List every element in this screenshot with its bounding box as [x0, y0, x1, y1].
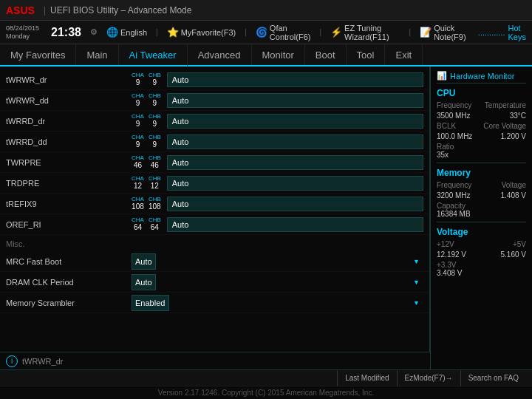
eztuning-btn[interactable]: ⚡ EZ Tuning Wizard(F11) [330, 24, 400, 41]
cha-chb-3: CHA 9 CHB 9 [132, 134, 161, 149]
dropdown-select-2[interactable]: Enabled [132, 295, 169, 311]
chb-box-5: CHB 12 [149, 176, 161, 190]
dropdown-select-0[interactable]: Auto [132, 253, 156, 270]
cha-chb-7: CHA 64 CHB 64 [132, 217, 161, 231]
dropdown-name-2: Memory Scrambler [6, 299, 132, 307]
v5-value: 5.160 V [501, 250, 526, 259]
setting-name-6: tREFIX9 [6, 200, 132, 208]
setting-name-1: tWRWR_dd [6, 96, 132, 105]
tab-advanced[interactable]: Advanced [188, 44, 252, 65]
setting-name-0: tWRWR_dr [6, 75, 132, 84]
last-modified-btn[interactable]: Last Modified [337, 370, 396, 386]
cha-label-1: CHA [132, 93, 144, 99]
setting-row-5: TRDPRE CHA 12 CHB 12 Auto [0, 173, 429, 194]
tab-ai-tweaker[interactable]: Ai Tweaker [119, 44, 188, 66]
sep2: | [245, 28, 247, 36]
chb-label-1: CHB [149, 93, 161, 99]
misc-section-header: Misc. [0, 235, 429, 251]
mem-freq-label: Frequency [437, 181, 471, 189]
search-faq-btn[interactable]: Search on FAQ [460, 370, 526, 386]
setting-value-3[interactable]: Auto [167, 134, 423, 149]
sep3: | [319, 28, 321, 36]
setting-value-7[interactable]: Auto [167, 217, 423, 232]
mem-volt-label: Voltage [502, 181, 526, 189]
v33-value: 3.408 V [437, 269, 526, 277]
v33-label: +3.3V [437, 261, 526, 269]
cpu-bclk-val-row: 100.0 MHz 1.200 V [437, 132, 526, 140]
chb-label-2: CHB [149, 114, 161, 120]
setting-value-0[interactable]: Auto [167, 72, 423, 87]
cha-chb-0: CHA 9 CHB 9 [132, 72, 161, 86]
mem-cap-value: 16384 MB [437, 210, 526, 218]
chb-box-1: CHB 9 [149, 93, 161, 107]
quicknote-btn[interactable]: 📝 Quick Note(F9) [420, 24, 469, 41]
quicknote-icon: 📝 [420, 27, 432, 38]
info-bar: i tWRWR_dr [0, 352, 430, 369]
cha-chb-1: CHA 9 CHB 9 [132, 93, 161, 107]
cpu-freq-label: Frequency [437, 101, 471, 109]
mem-freq-value: 3200 MHz [437, 191, 471, 200]
ezmode-btn[interactable]: EzMode(F7)→ [397, 370, 460, 386]
memory-section-title: Memory [437, 168, 526, 178]
language-label: English [120, 28, 147, 37]
divider1 [437, 163, 526, 163]
setting-value-5[interactable]: Auto [167, 176, 423, 191]
setting-value-4[interactable]: Auto [167, 155, 423, 170]
cha-label-5: CHA [132, 176, 144, 182]
cha-chb-6: CHA 108 CHB 108 [132, 197, 161, 211]
dropdown-name-1: DRAM CLK Period [6, 278, 132, 287]
setting-row-6: tREFIX9 CHA 108 CHB 108 Auto [0, 194, 429, 214]
title-separator: | [44, 5, 46, 16]
myfavorite-btn[interactable]: ⭐ MyFavorite(F3) [167, 27, 236, 38]
language-icon: 🌐 [106, 27, 118, 38]
cha-chb-5: CHA 12 CHB 12 [132, 176, 161, 190]
setting-row-2: tWRRD_dr CHA 9 CHB 9 Auto [0, 111, 429, 132]
cha-label-4: CHA [132, 155, 144, 161]
cha-val-1: 9 [136, 99, 140, 107]
qfan-btn[interactable]: 🌀 Qfan Control(F6) [256, 24, 311, 41]
settings-gear-icon[interactable]: ⚙ [90, 27, 98, 37]
setting-name-5: TRDPRE [6, 179, 132, 188]
main-area: tWRWR_dr CHA 9 CHB 9 Auto tWRWR_dd CHA 9 [0, 66, 532, 369]
myfavorite-label: MyFavorite(F3) [181, 28, 236, 37]
tab-boot[interactable]: Boot [305, 44, 347, 65]
cha-box-7: CHA 64 [132, 217, 144, 231]
tab-main[interactable]: Main [76, 44, 118, 65]
cpu-bclk-value: 100.0 MHz [437, 132, 472, 140]
dropdown-row-1: DRAM CLK Period Auto [0, 272, 429, 293]
setting-row-4: TWRPRE CHA 46 CHB 46 Auto [0, 152, 429, 173]
dropdown-rows: MRC Fast Boot Auto DRAM CLK Period Auto … [0, 251, 429, 313]
cpu-freq-value: 3500 MHz [437, 112, 471, 120]
day-display: Monday [6, 33, 39, 41]
cpu-freq-val-row: 3500 MHz 33°C [437, 112, 526, 120]
cpu-ratio-value: 35x [437, 151, 526, 159]
setting-value-2[interactable]: Auto [167, 114, 423, 129]
chb-box-6: CHB 108 [149, 197, 161, 211]
setting-row-3: tWRRD_dd CHA 9 CHB 9 Auto [0, 132, 429, 152]
dropdown-select-1[interactable]: Auto [132, 274, 156, 290]
language-selector[interactable]: 🌐 English [106, 27, 147, 38]
cpu-section-title: CPU [437, 88, 526, 98]
top-bar: ASUS | UEFI BIOS Utility – Advanced Mode [0, 0, 532, 21]
cpu-bclk-row: BCLK Core Voltage [437, 122, 526, 130]
tab-tool[interactable]: Tool [347, 44, 386, 65]
dropdown-wrapper-1: Auto [132, 274, 423, 290]
cpu-temp-value: 33°C [510, 112, 526, 120]
chb-val-5: 12 [151, 182, 159, 190]
eztuning-icon: ⚡ [330, 27, 342, 38]
clock-display: 21:38 [51, 26, 81, 39]
tab-favorites[interactable]: My Favorites [0, 44, 76, 65]
setting-value-6[interactable]: Auto [167, 197, 423, 211]
setting-value-1[interactable]: Auto [167, 93, 423, 108]
mem-volt-value: 1.408 V [501, 191, 526, 200]
cha-box-2: CHA 9 [132, 114, 144, 128]
hw-monitor-title: Hardware Monitor [450, 72, 514, 81]
tab-monitor[interactable]: Monitor [252, 44, 305, 65]
hotkeys-label: Hot Keys [508, 24, 526, 41]
tab-exit[interactable]: Exit [385, 44, 423, 65]
setting-row-7: OREF_RI CHA 64 CHB 64 Auto [0, 214, 429, 235]
eztuning-label: EZ Tuning Wizard(F11) [344, 24, 400, 41]
v12-val-row: 12.192 V 5.160 V [437, 250, 526, 259]
cpu-corevolt-label: Core Voltage [483, 122, 526, 130]
hotkeys-section[interactable]: ............ Hot Keys [478, 24, 526, 41]
